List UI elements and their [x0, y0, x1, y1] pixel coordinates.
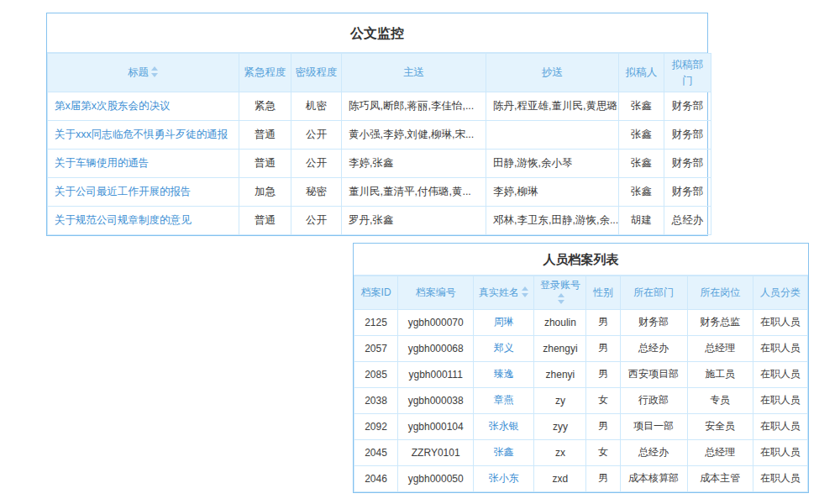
- person-row: 2057 ygbh000068 郑义 zhengyi 男 总经办 总经理 在职人…: [354, 335, 808, 361]
- cell-gender: 女: [586, 439, 620, 465]
- sort-icon[interactable]: [522, 286, 529, 297]
- cell-main-send: 罗丹,张鑫: [342, 207, 486, 235]
- cell-position: 财务总监: [687, 309, 753, 335]
- cell-department: 财务部: [620, 309, 687, 335]
- cell-department: 行政部: [620, 387, 687, 413]
- cell-urgency: 紧急: [239, 92, 291, 121]
- person-name-link[interactable]: 张鑫: [494, 446, 514, 458]
- cell-secrecy: 秘密: [291, 178, 342, 207]
- cell-real-name: 张小东: [474, 465, 534, 491]
- person-name-link[interactable]: 张永银: [489, 420, 519, 432]
- cell-department: 西安项目部: [620, 361, 687, 387]
- doc-title-link[interactable]: 关于xxx同志临危不惧勇斗歹徒的通报: [55, 129, 228, 140]
- cell-draft-dept: 财务部: [664, 92, 711, 121]
- cell-secrecy: 机密: [291, 92, 342, 121]
- cell-gender: 男: [586, 309, 620, 335]
- cell-archive-no: ygbh000068: [398, 335, 474, 361]
- cell-position: 安全员: [687, 413, 753, 439]
- column-header-urgency: 紧急程度: [239, 54, 291, 92]
- cell-urgency: 普通: [239, 121, 291, 150]
- person-name-link[interactable]: 张小东: [489, 472, 519, 484]
- person-name-link[interactable]: 臻逸: [494, 368, 514, 380]
- column-header-title[interactable]: 标题: [48, 54, 239, 92]
- cell-gender: 男: [586, 361, 620, 387]
- doc-title-link[interactable]: 关于公司最近工作开展的报告: [55, 186, 192, 197]
- cell-login-account: zy: [534, 387, 586, 413]
- person-name-link[interactable]: 章燕: [494, 394, 514, 406]
- cell-urgency: 普通: [239, 207, 291, 235]
- column-header-main-send: 主送: [342, 54, 486, 92]
- cell-login-account: zhengyi: [534, 335, 586, 361]
- column-header-department: 所在部门: [620, 276, 687, 310]
- cell-draft-dept: 财务部: [664, 150, 711, 178]
- cell-archive-no: ygbh000050: [398, 465, 474, 491]
- column-header-secrecy: 密级程度: [291, 54, 342, 92]
- cell-gender: 男: [586, 465, 620, 491]
- cell-position: 总经理: [687, 335, 753, 361]
- column-header-gender: 性别: [586, 276, 620, 310]
- doc-row: 关于车辆使用的通告 普通 公开 李婷,张鑫 田静,游恢,余小琴 张鑫 财务部: [48, 150, 711, 178]
- doc-row: 关于xxx同志临危不惧勇斗歹徒的通报 普通 公开 黄小强,李婷,刘健,柳琳,宋.…: [48, 121, 711, 150]
- cell-main-send: 黄小强,李婷,刘健,柳琳,宋...: [342, 121, 486, 150]
- cell-gender: 女: [586, 387, 620, 413]
- cell-category: 在职人员: [753, 361, 807, 387]
- cell-archive-no: ygbh000038: [398, 387, 474, 413]
- doc-title-link[interactable]: 第x届第x次股东会的决议: [55, 100, 171, 112]
- cell-drafter: 张鑫: [619, 150, 664, 178]
- cell-title: 第x届第x次股东会的决议: [48, 92, 239, 121]
- cell-login-account: zxd: [534, 465, 586, 491]
- person-row: 2092 ygbh000104 张永银 zyy 男 项目一部 安全员 在职人员: [354, 413, 808, 439]
- cell-main-send: 董川民,董清平,付伟璐,黄...: [342, 178, 486, 207]
- column-header-archive-no: 档案编号: [398, 276, 474, 310]
- person-row: 2046 ygbh000050 张小东 zxd 男 成本核算部 成本主管 在职人…: [354, 465, 808, 491]
- cell-copy-send: 陈丹,程亚雄,董川民,黄思璐...: [486, 92, 619, 121]
- person-name-link[interactable]: 郑义: [494, 342, 514, 354]
- column-header-category: 人员分类: [753, 276, 807, 310]
- cell-category: 在职人员: [753, 439, 807, 465]
- cell-category: 在职人员: [753, 413, 807, 439]
- column-header-real-name-label: 真实姓名: [479, 286, 519, 298]
- cell-real-name: 臻逸: [474, 361, 534, 387]
- cell-urgency: 加急: [239, 178, 291, 207]
- cell-category: 在职人员: [753, 309, 807, 335]
- cell-login-account: zhoulin: [534, 309, 586, 335]
- doc-row: 关于公司最近工作开展的报告 加急 秘密 董川民,董清平,付伟璐,黄... 李婷,…: [48, 178, 711, 207]
- cell-drafter: 胡建: [619, 207, 664, 235]
- sort-icon[interactable]: [151, 66, 159, 77]
- cell-main-send: 李婷,张鑫: [342, 150, 486, 178]
- column-header-drafter: 拟稿人: [619, 54, 664, 92]
- document-monitor-panel: 公文监控 标题 紧急程度 密级程度 主送 抄送 拟稿人 拟稿部门 第x届第x次股…: [46, 13, 708, 236]
- column-header-login-account-label: 登录账号: [540, 279, 580, 291]
- cell-login-account: zx: [534, 439, 586, 465]
- personnel-archive-panel: 人员档案列表 档案ID 档案编号 真实姓名 登录账号 性别 所在部门 所在岗位 …: [353, 243, 809, 493]
- cell-title: 关于公司最近工作开展的报告: [48, 178, 239, 207]
- cell-drafter: 张鑫: [619, 121, 664, 150]
- doc-title-link[interactable]: 关于车辆使用的通告: [55, 157, 150, 169]
- cell-copy-send: [486, 121, 619, 150]
- cell-login-account: zyy: [534, 413, 586, 439]
- cell-title: 关于xxx同志临危不惧勇斗歹徒的通报: [48, 121, 239, 150]
- cell-department: 总经办: [620, 439, 687, 465]
- cell-archive-no: ZZRY0101: [398, 439, 474, 465]
- cell-archive-no: ygbh000111: [398, 361, 474, 387]
- cell-category: 在职人员: [753, 335, 807, 361]
- cell-draft-dept: 财务部: [664, 121, 711, 150]
- column-header-draft-dept: 拟稿部门: [664, 54, 711, 92]
- column-header-position: 所在岗位: [687, 276, 753, 310]
- cell-main-send: 陈巧凤,断郎,蒋丽,李佳怡,...: [342, 92, 486, 121]
- doc-title-link[interactable]: 关于规范公司规章制度的意见: [55, 214, 192, 226]
- sort-icon[interactable]: [558, 293, 565, 304]
- column-header-real-name[interactable]: 真实姓名: [474, 276, 534, 310]
- personnel-archive-table: 档案ID 档案编号 真实姓名 登录账号 性别 所在部门 所在岗位 人员分类 21…: [354, 276, 808, 492]
- cell-position: 专员: [687, 387, 753, 413]
- cell-copy-send: 田静,游恢,余小琴: [486, 150, 619, 178]
- cell-category: 在职人员: [753, 387, 807, 413]
- person-name-link[interactable]: 周琳: [494, 316, 514, 328]
- column-header-login-account[interactable]: 登录账号: [534, 276, 586, 310]
- cell-real-name: 张永银: [474, 413, 534, 439]
- cell-real-name: 郑义: [474, 335, 534, 361]
- cell-position: 成本主管: [687, 465, 753, 491]
- cell-title: 关于车辆使用的通告: [48, 150, 239, 178]
- cell-urgency: 普通: [239, 150, 291, 178]
- cell-drafter: 张鑫: [619, 178, 664, 207]
